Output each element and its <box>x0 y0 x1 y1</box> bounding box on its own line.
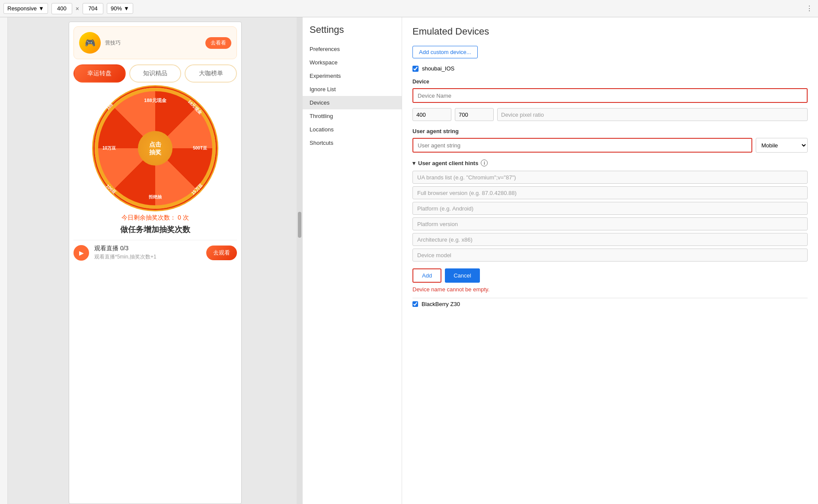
scrollbar[interactable] <box>297 17 303 504</box>
actions-row: Add Cancel <box>412 268 808 283</box>
settings-title: Settings <box>303 24 402 42</box>
toolbar: Responsive ▼ × 90% ▼ ⋮ <box>0 0 818 17</box>
ua-hints-label: User agent client hints <box>418 160 478 166</box>
height-input[interactable] <box>83 3 103 14</box>
shoubai-checkbox[interactable] <box>412 66 419 72</box>
count-text: 今日剩余抽奖次数： 0 次 <box>73 214 237 222</box>
go-watch-button[interactable]: 去观看 <box>206 246 237 260</box>
responsive-dropdown[interactable]: Responsive ▼ <box>3 3 48 14</box>
wheel-container: 188元现金 18元现金 500T豆 15万豆 拒绝抽 100豆 10万豆 18… <box>73 88 237 209</box>
mission-title: 做任务增加抽奖次数 <box>73 224 237 235</box>
mission-subtitle: 观看直播*5min,抽奖次数+1 <box>94 253 201 261</box>
shoubai-label: shoubai_IOS <box>422 65 454 72</box>
pixel-ratio-field[interactable]: Device pixel ratio <box>497 108 808 121</box>
mission-title-text: 观看直播 0/3 <box>94 245 201 252</box>
add-button[interactable]: Add <box>412 268 441 283</box>
count-value: 0 <box>178 214 181 221</box>
add-custom-device-button[interactable]: Add custom device... <box>412 46 478 58</box>
sidebar-item-throttling[interactable]: Throttling <box>303 109 402 123</box>
sidebar-item-locations[interactable]: Locations <box>303 123 402 136</box>
settings-main-title: Emulated Devices <box>412 26 808 37</box>
info-icon[interactable]: i <box>481 159 488 166</box>
wheel-center[interactable]: 点击抽奖 <box>138 131 173 166</box>
device-section-label: Device <box>412 79 808 85</box>
mission-row: ▶ 观看直播 0/3 观看直播*5min,抽奖次数+1 去观看 <box>73 240 237 265</box>
app-content: 🎮 营技巧 去看看 幸运转盘 知识精品 <box>69 22 241 269</box>
ruler-vertical <box>0 17 8 504</box>
device-name-input[interactable] <box>412 88 808 103</box>
tab-rankings[interactable]: 大咖榜单 <box>185 64 237 83</box>
settings-sidebar: Settings Preferences Workspace Experimen… <box>303 17 402 504</box>
height-dimension-input[interactable] <box>455 108 494 121</box>
wheel[interactable]: 188元现金 18元现金 500T豆 15万豆 拒绝抽 100豆 10万豆 18… <box>95 88 216 209</box>
ua-hints-section: ▾ User agent client hints i UA brands li… <box>412 159 808 262</box>
ua-row: Mobile Desktop <box>412 138 808 153</box>
sidebar-item-experiments[interactable]: Experiments <box>303 69 402 83</box>
ua-brands-field[interactable]: UA brands list (e.g. "Chromium";v="87") <box>412 171 808 184</box>
tab-luckywheel[interactable]: 幸运转盘 <box>73 64 126 83</box>
play-icon[interactable]: ▶ <box>73 245 89 261</box>
card-text: 营技巧 <box>105 39 121 47</box>
shoubai-device-row: shoubai_IOS <box>412 65 808 72</box>
sidebar-item-shortcuts[interactable]: Shortcuts <box>303 136 402 150</box>
width-input[interactable] <box>51 3 72 14</box>
mission-info: 观看直播 0/3 观看直播*5min,抽奖次数+1 <box>94 245 201 261</box>
dropdown-arrow-icon: ▼ <box>38 5 44 12</box>
platform-field[interactable]: Platform (e.g. Android) <box>412 202 808 215</box>
zoom-arrow-icon: ▼ <box>124 5 129 12</box>
blackberry-z30-checkbox[interactable] <box>412 301 418 307</box>
card-action: 去看看 <box>205 37 231 49</box>
platform-version-field[interactable]: Platform version <box>412 217 808 230</box>
more-options-icon[interactable]: ⋮ <box>804 3 815 14</box>
architecture-field[interactable]: Architecture (e.g. x86) <box>412 233 808 246</box>
blackberry-z30-item: BlackBerry Z30 <box>412 298 808 310</box>
responsive-label: Responsive <box>7 5 37 12</box>
sidebar-item-workspace[interactable]: Workspace <box>303 56 402 69</box>
scrollbar-thumb[interactable] <box>298 212 301 238</box>
card-btn[interactable]: 去看看 <box>205 37 231 49</box>
ua-section-label: User agent string <box>412 128 808 134</box>
settings-panel: Settings Preferences Workspace Experimen… <box>303 17 818 504</box>
dimensions-row: Device pixel ratio <box>412 108 808 121</box>
dimension-separator: × <box>76 5 79 12</box>
preview-panel: 🎮 营技巧 去看看 幸运转盘 知识精品 <box>0 17 303 504</box>
error-message: Device name cannot be empty. <box>412 286 808 293</box>
cancel-button[interactable]: Cancel <box>445 268 479 283</box>
zoom-dropdown[interactable]: 90% ▼ <box>107 3 133 14</box>
settings-main: Emulated Devices Add custom device... sh… <box>402 17 818 504</box>
device-model-field[interactable]: Device model <box>412 249 808 262</box>
sidebar-item-ignore-list[interactable]: Ignore List <box>303 83 402 96</box>
ua-type-select[interactable]: Mobile Desktop <box>756 138 808 153</box>
top-card: 🎮 营技巧 去看看 <box>73 26 237 59</box>
blackberry-z30-label: BlackBerry Z30 <box>422 301 460 307</box>
main-area: 🎮 营技巧 去看看 幸运转盘 知识精品 <box>0 17 818 504</box>
width-dimension-input[interactable] <box>412 108 451 121</box>
ua-string-input[interactable] <box>412 138 752 153</box>
tab-knowledge[interactable]: 知识精品 <box>129 64 182 83</box>
preview-content: 🎮 营技巧 去看看 幸运转盘 知识精品 <box>8 17 303 504</box>
tabs-row: 幸运转盘 知识精品 大咖榜单 <box>73 64 237 83</box>
ua-hints-header: ▾ User agent client hints i <box>412 159 808 166</box>
avatar: 🎮 <box>79 32 101 54</box>
sidebar-item-devices[interactable]: Devices <box>303 96 402 109</box>
sidebar-item-preferences[interactable]: Preferences <box>303 42 402 56</box>
device-frame: 🎮 营技巧 去看看 幸运转盘 知识精品 <box>69 22 242 504</box>
collapse-arrow-icon[interactable]: ▾ <box>412 160 415 166</box>
zoom-label: 90% <box>111 5 122 12</box>
full-browser-version-field[interactable]: Full browser version (e.g. 87.0.4280.88) <box>412 186 808 199</box>
